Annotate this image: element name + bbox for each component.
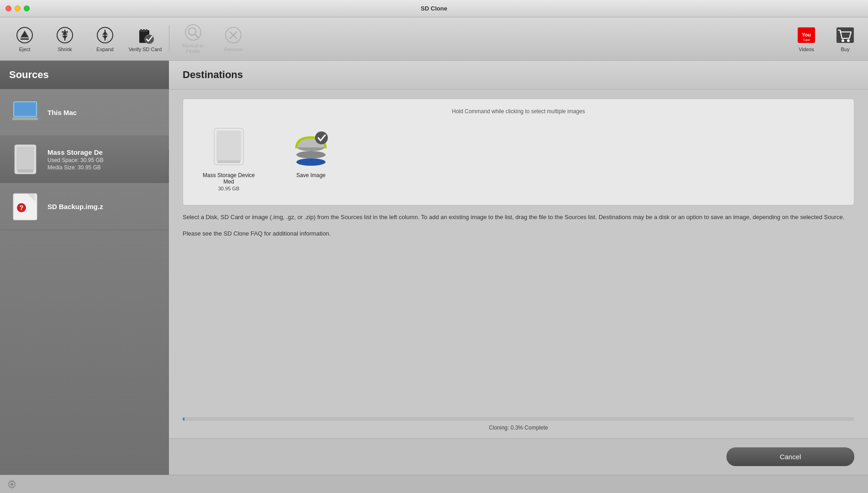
- verify-icon: [136, 26, 155, 45]
- videos-icon: You Tube: [797, 26, 816, 45]
- cancel-button[interactable]: Cancel: [726, 447, 854, 466]
- svg-point-47: [296, 151, 326, 158]
- svg-point-17: [185, 25, 201, 40]
- svg-rect-30: [14, 102, 36, 116]
- svg-rect-34: [16, 147, 34, 170]
- svg-point-50: [11, 483, 13, 486]
- svg-marker-5: [62, 36, 68, 39]
- mass-storage-name: Mass Storage De: [47, 148, 160, 156]
- eject-icon: [15, 26, 34, 45]
- mass-storage-detail1: Used Space: 30.95 GB: [47, 157, 160, 163]
- destinations-card: Hold Command while clicking to select mu…: [183, 99, 854, 205]
- reveal-in-finder-button[interactable]: Reveal In Finder: [173, 22, 213, 56]
- sd-backup-name: SD Backup.img.z: [47, 203, 160, 210]
- progress-area: Cloning: 0.3% Complete: [169, 413, 868, 438]
- verify-label: Verify SD Card: [129, 47, 162, 52]
- svg-rect-2: [21, 38, 29, 40]
- dest-item-save-image[interactable]: Save Image: [284, 126, 338, 191]
- destinations-items: Mass Storage Device Med 30.95 GB: [192, 122, 845, 196]
- svg-marker-10: [102, 31, 108, 35]
- buy-icon: [836, 26, 855, 45]
- svg-text:?: ?: [20, 204, 24, 211]
- minimize-button[interactable]: [15, 5, 21, 11]
- bottom-bar: [0, 475, 868, 493]
- sd-backup-icon: ?: [9, 190, 41, 222]
- this-mac-info: This Mac: [47, 109, 160, 116]
- this-mac-name: This Mac: [47, 109, 160, 116]
- titlebar: SD Clone: [0, 0, 868, 17]
- remove-label: Remove: [224, 47, 243, 52]
- videos-label: Videos: [799, 47, 814, 52]
- destinations-panel: Destinations Hold Command while clicking…: [169, 61, 868, 475]
- sources-panel: Sources This Mac: [0, 61, 169, 475]
- svg-marker-1: [21, 31, 29, 37]
- dest-mass-storage-size: 30.95 GB: [218, 186, 239, 191]
- shrink-button[interactable]: Shrink: [45, 22, 85, 56]
- dest-mass-storage-name: Mass Storage Device Med: [201, 172, 256, 185]
- svg-text:You: You: [802, 32, 811, 37]
- settings-gear-button[interactable]: [7, 480, 16, 489]
- dest-save-image-name: Save Image: [296, 172, 326, 178]
- svg-point-46: [296, 158, 326, 166]
- dest-save-image-icon: [290, 126, 331, 168]
- reveal-icon: [184, 24, 203, 41]
- info-text-faq: Please see the SD Clone FAQ for addition…: [183, 229, 854, 238]
- remove-icon: [224, 26, 243, 45]
- svg-line-19: [195, 34, 198, 37]
- svg-rect-43: [216, 131, 241, 162]
- svg-point-28: [847, 39, 850, 42]
- toolbar-left-group: Eject Shrink: [5, 22, 253, 56]
- destinations-content: Hold Command while clicking to select mu…: [169, 89, 868, 413]
- window-title: SD Clone: [421, 5, 447, 12]
- svg-marker-11: [102, 36, 108, 39]
- progress-bar-container: [183, 417, 854, 421]
- traffic-lights: [5, 5, 30, 11]
- reveal-label: Reveal In Finder: [176, 43, 210, 54]
- destinations-header: Destinations: [169, 61, 868, 89]
- progress-bar-fill: [183, 417, 184, 421]
- sources-header: Sources: [0, 61, 169, 89]
- videos-button[interactable]: You Tube Videos: [788, 22, 825, 56]
- svg-point-49: [315, 131, 328, 144]
- source-item-mass-storage[interactable]: Mass Storage De Used Space: 30.95 GB Med…: [0, 136, 169, 183]
- mass-storage-detail2: Media Size: 30.95 GB: [47, 164, 160, 171]
- shrink-label: Shrink: [58, 47, 72, 52]
- svg-rect-35: [17, 169, 33, 172]
- destinations-title: Destinations: [183, 69, 243, 80]
- maximize-button[interactable]: [24, 5, 30, 11]
- dest-item-mass-storage[interactable]: Mass Storage Device Med 30.95 GB: [201, 126, 256, 191]
- svg-rect-15: [146, 29, 147, 32]
- sources-list: This Mac Mass Storage De: [0, 89, 169, 475]
- sd-backup-info: SD Backup.img.z: [47, 203, 160, 210]
- expand-label: Expand: [96, 47, 113, 52]
- eject-label: Eject: [19, 47, 30, 52]
- buy-label: Buy: [841, 47, 850, 52]
- info-text-main: Select a Disk, SD Card or image (.img, .…: [183, 213, 854, 222]
- destinations-hint: Hold Command while clicking to select mu…: [192, 108, 845, 115]
- shrink-icon: [55, 26, 74, 45]
- remove-button[interactable]: Remove: [213, 22, 253, 56]
- svg-text:Tube: Tube: [803, 38, 810, 42]
- mass-storage-info: Mass Storage De Used Space: 30.95 GB Med…: [47, 148, 160, 171]
- svg-rect-14: [143, 29, 145, 32]
- svg-rect-32: [12, 117, 38, 120]
- main-area: Sources This Mac: [0, 61, 868, 475]
- toolbar: Eject Shrink: [0, 17, 868, 61]
- svg-point-27: [842, 39, 844, 42]
- toolbar-right-group: You Tube Videos Buy: [788, 22, 863, 56]
- source-item-sd-backup[interactable]: ? SD Backup.img.z: [0, 183, 169, 230]
- mass-storage-icon: [9, 143, 41, 175]
- progress-text: Cloning: 0.3% Complete: [489, 425, 548, 431]
- source-item-this-mac[interactable]: This Mac: [0, 89, 169, 136]
- sources-title: Sources: [9, 69, 49, 80]
- this-mac-icon: [9, 96, 41, 128]
- footer: Cancel: [169, 438, 868, 475]
- close-button[interactable]: [5, 5, 11, 11]
- buy-button[interactable]: Buy: [827, 22, 863, 56]
- svg-rect-13: [140, 29, 142, 32]
- toolbar-separator: [169, 25, 169, 52]
- verify-sd-card-button[interactable]: Verify SD Card: [125, 22, 165, 56]
- expand-button[interactable]: Expand: [85, 22, 125, 56]
- eject-button[interactable]: Eject: [5, 22, 45, 56]
- expand-icon: [95, 26, 115, 45]
